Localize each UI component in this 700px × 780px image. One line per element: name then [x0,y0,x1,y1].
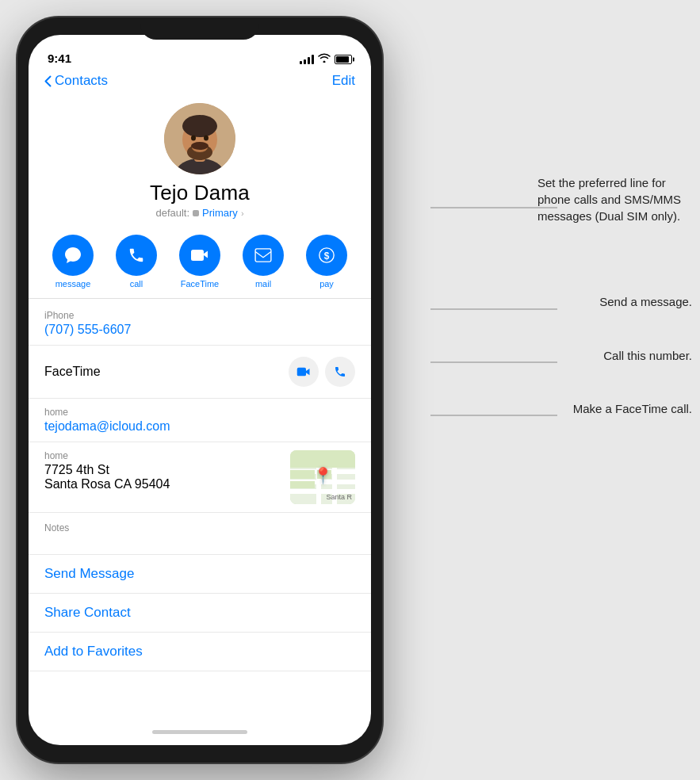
sim-label: Primary [202,207,238,219]
call-label: call [130,279,143,289]
share-contact-text[interactable]: Share Contact [44,605,131,620]
divider-1 [29,298,371,299]
address-label: home [44,450,281,461]
map-text-label: Santa R [326,493,352,501]
facetime-row: FaceTime [29,346,371,399]
send-message-action[interactable]: Send Message [29,555,371,594]
add-to-favorites-action[interactable]: Add to Favorites [29,633,371,671]
annotation-dual-sim: Set the preferred line for phone calls a… [537,174,692,224]
sim-dot-icon [193,210,199,216]
phone-section: iPhone (707) 555-6607 [29,302,371,346]
mail-label: mail [255,279,271,289]
map-pin-icon: 📍 [313,466,333,485]
annotation-send-message-text: Send a message. [599,295,692,308]
pay-action[interactable]: $ pay [306,235,347,289]
notes-section: Notes [29,513,371,555]
email-value[interactable]: tejodama@icloud.com [44,419,355,434]
signal-bar-3 [308,57,310,64]
add-to-favorites-text[interactable]: Add to Favorites [44,644,143,659]
nav-bar: Contacts Edit [29,70,371,95]
home-bar [152,730,247,734]
pay-label: pay [319,279,334,289]
send-message-text[interactable]: Send Message [44,566,134,581]
svg-point-7 [204,136,208,141]
mail-circle[interactable] [243,235,284,276]
annotation-facetime-call-text: Make a FaceTime call. [573,402,692,415]
call-circle[interactable] [116,235,157,276]
wifi-icon [318,53,331,65]
notes-label: Notes [44,522,355,533]
annotation-send-message: Send a message. [599,295,692,309]
subtitle-prefix: default: [155,207,189,219]
home-indicator [29,718,371,745]
notch [140,17,259,40]
svg-point-6 [191,136,196,141]
facetime-circle[interactable] [179,235,220,276]
avatar-section: Tejo Dama default: Primary › [29,95,371,225]
screen: 9:41 [29,35,371,745]
facetime-label: FaceTime [181,279,220,289]
status-bar: 9:41 [29,35,371,70]
status-icons [300,53,352,65]
signal-bar-2 [304,59,306,64]
svg-text:$: $ [324,250,330,262]
email-label: home [44,407,355,418]
call-action[interactable]: call [116,235,157,289]
signal-bars [300,55,314,64]
address-text: home 7725 4th St Santa Rosa CA 95404 [44,450,281,491]
content-area: Tejo Dama default: Primary › [29,95,371,718]
contact-name: Tejo Dama [150,181,250,205]
signal-bar-1 [300,61,302,64]
annotation-lines [430,0,700,780]
facetime-action[interactable]: FaceTime [179,235,220,289]
map-block-2 [290,470,315,479]
facetime-audio-button[interactable] [325,357,355,387]
svg-rect-11 [255,249,271,262]
back-button[interactable]: Contacts [44,73,108,89]
annotations: Set the preferred line for phone calls a… [430,0,700,780]
email-section: home tejodama@icloud.com [29,399,371,442]
message-action[interactable]: message [52,235,94,289]
back-label: Contacts [55,73,108,89]
message-circle[interactable] [52,235,94,276]
chevron-right-icon: › [241,208,244,218]
facetime-buttons [289,357,355,387]
map-background: 📍 Santa R [290,450,355,504]
facetime-section-label: FaceTime [44,365,101,379]
svg-rect-14 [297,368,306,377]
facetime-video-button[interactable] [289,357,319,387]
phone-label: iPhone [44,310,355,321]
svg-point-4 [182,115,217,137]
svg-rect-10 [191,250,204,261]
annotation-dual-sim-text: Set the preferred line for phone calls a… [537,176,681,223]
annotation-facetime-call: Make a FaceTime call. [573,402,692,416]
annotation-call-number-text: Call this number. [603,349,692,362]
map-block-4 [290,481,315,488]
map-thumbnail[interactable]: 📍 Santa R [290,450,355,504]
status-time: 9:41 [48,52,71,65]
pay-circle[interactable]: $ [306,235,347,276]
address-city: Santa Rosa CA 95404 [44,477,281,491]
address-section: home 7725 4th St Santa Rosa CA 95404 [29,442,371,513]
address-street: 7725 4th St [44,463,281,477]
phone-number[interactable]: (707) 555-6607 [44,323,355,337]
action-buttons: message call [29,225,371,295]
annotation-call-number: Call this number. [603,349,692,363]
avatar [164,103,235,174]
signal-bar-4 [312,55,314,64]
message-label: message [55,279,91,289]
contact-subtitle[interactable]: default: Primary › [155,207,243,219]
phone-shell: 9:41 [17,17,382,763]
share-contact-action[interactable]: Share Contact [29,594,371,633]
svg-point-9 [191,142,208,150]
map-block-1 [290,450,355,468]
edit-button[interactable]: Edit [332,73,355,89]
battery-icon [335,55,352,64]
mail-action[interactable]: mail [243,235,284,289]
